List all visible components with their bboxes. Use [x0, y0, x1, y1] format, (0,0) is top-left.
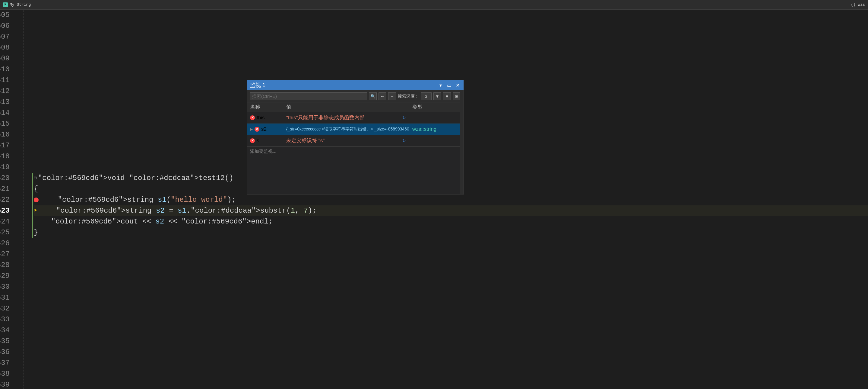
line-number-506: 506 [0, 21, 14, 31]
error-icon-s2: ✕ [254, 127, 259, 132]
line-number-526: 526 [0, 238, 14, 249]
code-line-522: "color:#569cd6">string s1("hello world")… [34, 194, 868, 205]
line-number-527: 527 [0, 249, 14, 260]
code-line-538 [34, 368, 868, 379]
line-number-525: 525 [0, 227, 14, 238]
line-number-518: 518 [0, 151, 14, 162]
line-number-533: 533 [0, 314, 14, 325]
watch-cell-name-this: ✕ this [247, 112, 283, 123]
code-line-523: ➤ "color:#569cd6">string s2 = s1."color:… [34, 205, 868, 216]
watch-scrollbar[interactable] [460, 90, 464, 194]
watch-cell-name-s: ✕ s [247, 135, 283, 146]
code-line-507 [34, 31, 868, 42]
line-number-537: 537 [0, 358, 14, 368]
watch-value-this: "this"只能用于非静态成员函数内部 [286, 114, 365, 121]
col-header-name: 名称 [247, 104, 283, 111]
line-number-521: 521 [0, 184, 14, 194]
line-number-536: 536 [0, 347, 14, 358]
watch-panel: 监视 1 ▾ ▭ ✕ 🔍 ← → 搜索深度： ▼ ≡ ⊞ 名称 值 类型 ✕ t… [247, 80, 464, 194]
code-line-505 [34, 10, 868, 21]
line-number-534: 534 [0, 325, 14, 336]
code-line-530 [34, 281, 868, 293]
search-icon-btn[interactable]: 🔍 [369, 92, 377, 100]
watch-title: 监视 1 [250, 82, 266, 89]
watch-search-input[interactable] [250, 92, 367, 100]
watch-name-s2: s2 [261, 126, 267, 132]
code-text-521: { [34, 184, 38, 194]
code-panel: 5055065075085095105115125135145155165175… [0, 10, 868, 389]
fold-indicator-520[interactable]: ⊟ [34, 173, 37, 184]
line-number-507: 507 [0, 31, 14, 42]
line-number-519: 519 [0, 162, 14, 173]
watch-title-buttons: ▾ ▭ ✕ [438, 82, 461, 88]
line-number-509: 509 [0, 53, 14, 64]
line-number-522: 522 [0, 194, 14, 205]
code-line-534 [34, 325, 868, 336]
code-line-539 [34, 379, 868, 389]
nav-back-btn[interactable]: ← [378, 92, 386, 100]
depth-down-btn[interactable]: ▼ [433, 92, 441, 100]
depth-label: 搜索深度： [398, 94, 419, 99]
error-icon-s: ✕ [250, 138, 255, 143]
watch-pin-btn[interactable]: ▾ [438, 82, 444, 88]
editor-area: 5055065075085095105115125135145155165175… [0, 10, 868, 389]
watch-table-header: 名称 值 类型 [247, 102, 464, 112]
watch-value-s2: {_str=0xccccccccc <读取字符串字符时出错。> _size=-8… [286, 127, 409, 132]
refresh-icon-this[interactable]: ↻ [402, 115, 406, 120]
line-number-523: 523 [0, 205, 14, 216]
line-number-508: 508 [0, 42, 14, 53]
line-number-512: 512 [0, 86, 14, 96]
watch-close-btn[interactable]: ✕ [455, 82, 461, 88]
filter-btn[interactable]: ≡ [443, 92, 451, 100]
settings-btn[interactable]: ⊞ [453, 92, 461, 100]
code-text-525: } [34, 227, 38, 238]
add-watch-row[interactable]: 添加要监视... [247, 146, 464, 156]
app-icon: M [3, 2, 8, 7]
code-line-529 [34, 271, 868, 281]
watch-restore-btn[interactable]: ▭ [446, 82, 452, 88]
watch-cell-value-this: "this"只能用于非静态成员函数内部 ↻ [283, 112, 409, 123]
code-text-523: "color:#569cd6">string s2 = s1."color:#d… [39, 205, 317, 216]
line-number-520: 520 [0, 173, 14, 184]
code-line-525: } [34, 227, 868, 238]
line-number-528: 528 [0, 260, 14, 271]
nav-forward-btn[interactable]: → [388, 92, 396, 100]
add-watch-label: 添加要监视... [250, 148, 277, 154]
code-line-526 [34, 238, 868, 249]
col-header-type: 类型 [409, 104, 464, 111]
watch-row-s2[interactable]: ▶ ✕ s2 {_str=0xccccccccc <读取字符串字符时出错。> _… [247, 123, 464, 135]
code-line-537 [34, 358, 868, 368]
breakpoint-522[interactable] [34, 197, 39, 202]
watch-toolbar: 🔍 ← → 搜索深度： ▼ ≡ ⊞ [247, 90, 464, 102]
code-line-533 [34, 314, 868, 325]
depth-input[interactable] [421, 92, 432, 100]
line-numbers: 5055065075085095105115125135145155165175… [0, 10, 18, 389]
line-number-511: 511 [0, 75, 14, 86]
current-arrow: ➤ [34, 205, 37, 216]
expand-arrow-s2[interactable]: ▶ [250, 127, 253, 131]
line-number-517: 517 [0, 140, 14, 151]
minimap-gutter [18, 10, 24, 389]
watch-title-bar: 监视 1 ▾ ▭ ✕ [247, 80, 464, 90]
line-number-531: 531 [0, 293, 14, 303]
line-number-505: 505 [0, 10, 14, 21]
title-bar: M My_String () wzs [0, 0, 868, 10]
watch-row-s[interactable]: ✕ s 未定义标识符 "s" ↻ [247, 135, 464, 146]
line-number-530: 530 [0, 281, 14, 293]
watch-cell-type-this [409, 112, 464, 123]
code-line-506 [34, 21, 868, 31]
code-line-536 [34, 347, 868, 358]
watch-cell-name-s2: ▶ ✕ s2 [247, 123, 283, 135]
code-text-524: "color:#569cd6">cout << s2 << "color:#56… [34, 216, 273, 227]
line-number-510: 510 [0, 64, 14, 75]
refresh-icon-s[interactable]: ↻ [402, 138, 406, 143]
line-number-513: 513 [0, 96, 14, 108]
watch-name-this: this [257, 115, 265, 121]
code-line-510 [34, 64, 868, 75]
error-icon-this: ✕ [250, 115, 255, 120]
watch-row-this[interactable]: ✕ this "this"只能用于非静态成员函数内部 ↻ [247, 112, 464, 123]
code-content[interactable]: ⊟"color:#569cd6">void "color:#dcdcaa">te… [31, 10, 868, 389]
code-text-522: "color:#569cd6">string s1("hello world")… [40, 194, 236, 205]
line-number-532: 532 [0, 303, 14, 314]
line-number-539: 539 [0, 379, 14, 389]
